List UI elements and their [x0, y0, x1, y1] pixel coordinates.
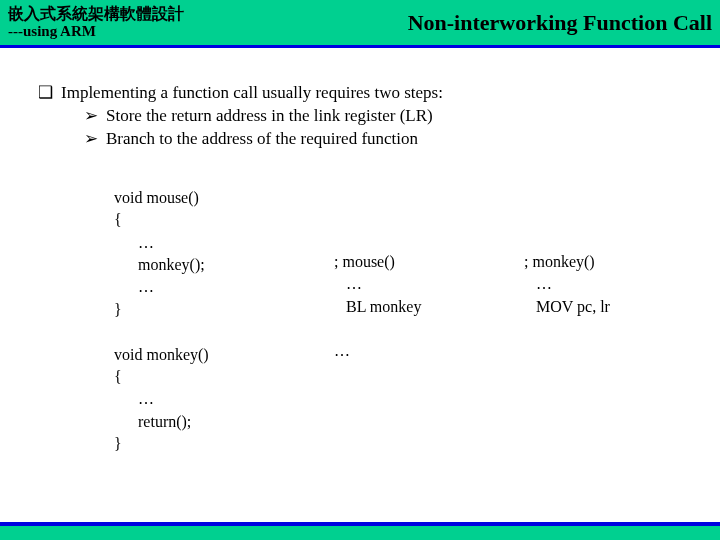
arrow-bullet-icon: ➢ [84, 128, 98, 151]
asm-monkey-column: ; monkey() … MOV pc, lr [524, 187, 694, 456]
bullet-text-2: Store the return address in the link reg… [106, 105, 433, 128]
header-subtitle: ---using ARM [8, 23, 184, 40]
code-columns: void mouse() { … monkey(); … } void monk… [24, 187, 696, 456]
slide-footer [0, 522, 720, 540]
slide-header: 嵌入式系統架構軟體設計 ---using ARM Non-interworkin… [0, 0, 720, 48]
bullet-text-3: Branch to the address of the required fu… [106, 128, 418, 151]
bullet-level1: ❑ Implementing a function call usually r… [38, 82, 696, 105]
header-title-right: Non-interworking Function Call [408, 10, 712, 36]
asm-mouse-code: ; mouse() … BL monkey … [334, 251, 524, 363]
bullet-level2: ➢ Store the return address in the link r… [84, 105, 696, 128]
c-source-code: void mouse() { … monkey(); … } void monk… [114, 187, 334, 456]
bullet-level2: ➢ Branch to the address of the required … [84, 128, 696, 151]
slide-content: ❑ Implementing a function call usually r… [0, 48, 720, 456]
square-bullet-icon: ❑ [38, 82, 53, 105]
c-code-column: void mouse() { … monkey(); … } void monk… [114, 187, 334, 456]
header-left: 嵌入式系統架構軟體設計 ---using ARM [8, 5, 184, 39]
asm-mouse-column: ; mouse() … BL monkey … [334, 187, 524, 456]
arrow-bullet-icon: ➢ [84, 105, 98, 128]
bullet-list: ❑ Implementing a function call usually r… [24, 82, 696, 151]
asm-monkey-code: ; monkey() … MOV pc, lr [524, 251, 694, 318]
header-title-cn: 嵌入式系統架構軟體設計 [8, 5, 184, 23]
bullet-text-1: Implementing a function call usually req… [61, 82, 443, 105]
